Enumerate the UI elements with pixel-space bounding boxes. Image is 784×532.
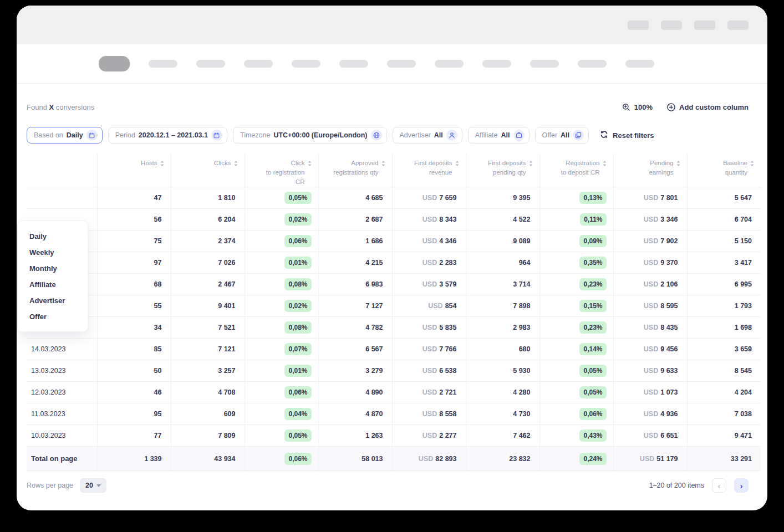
currency-value: 1 073	[660, 388, 678, 396]
sort-icon[interactable]	[750, 161, 754, 166]
table-cell: 4 522	[466, 209, 539, 231]
filter-affiliate[interactable]: Affiliate All	[468, 127, 530, 144]
table-cell: 0,07%	[245, 339, 318, 360]
table-cell: 85	[97, 339, 171, 360]
table-cell: 2 467	[171, 274, 245, 295]
next-page-button[interactable]: ›	[734, 478, 749, 493]
column-header-first-deposits-revenue[interactable]: First depositsrevenue	[392, 154, 466, 187]
nav-tab-active[interactable]	[99, 56, 130, 71]
cr-percentage-badge: 0,02%	[284, 300, 311, 312]
nav-tab[interactable]	[530, 60, 559, 68]
column-header-pending-earnings[interactable]: Pendingearnings	[613, 154, 687, 187]
filter-period[interactable]: Period 2020.12.1 – 2021.03.1	[108, 127, 227, 144]
dropdown-item-advertiser[interactable]: Advertiser	[18, 293, 88, 309]
table-cell: 0,06%	[245, 382, 318, 403]
nav-tab[interactable]	[196, 60, 225, 68]
filter-based-on[interactable]: Based on Daily	[27, 127, 103, 144]
table-cell: USD5 835	[392, 317, 466, 339]
table-cell: USD4 936	[613, 403, 687, 425]
table-row: 14.03.2023857 1210,07%6 567USD7 7666800,…	[27, 339, 761, 360]
sort-icon[interactable]	[529, 161, 533, 166]
column-header-baseline-quantity[interactable]: Baselinequantity	[687, 154, 761, 187]
table-cell: USD51 179	[613, 447, 687, 471]
table-cell: 0,04%	[245, 403, 318, 425]
table-cell: 12.03.2023	[27, 382, 97, 403]
dropdown-item-weekly[interactable]: Weekly	[18, 244, 88, 260]
previous-page-button[interactable]: ‹	[712, 478, 726, 493]
column-header-label: to registration	[250, 168, 312, 177]
column-header-label: pending qty	[471, 168, 533, 177]
column-header-registration-to-deposit-cr[interactable]: Registrationto deposit CR	[539, 154, 613, 187]
table-cell: USD6 538	[392, 360, 466, 382]
table-cell: USD9 370	[613, 252, 687, 274]
reset-filters-label: Reset filters	[613, 131, 654, 140]
column-header-label: Hosts	[141, 158, 157, 168]
nav-tab[interactable]	[578, 60, 607, 68]
currency-value: 2 106	[660, 280, 678, 288]
dropdown-item-offer[interactable]: Offer	[18, 309, 88, 325]
dropdown-item-monthly[interactable]: Monthly	[18, 260, 88, 277]
sort-icon[interactable]	[381, 161, 385, 166]
table-cell: 23 832	[466, 447, 539, 471]
nav-tab[interactable]	[339, 60, 368, 68]
dropdown-item-affiliate[interactable]: Affiliate	[18, 277, 88, 293]
table-cell: 4 730	[466, 403, 539, 425]
table-cell: USD2 283	[392, 252, 466, 274]
zoom-control[interactable]: 100%	[622, 103, 653, 111]
sort-icon[interactable]	[308, 161, 312, 166]
table-cell: 8 545	[687, 360, 761, 382]
dropdown-item-daily[interactable]: Daily	[18, 228, 88, 244]
currency-prefix: USD	[644, 259, 658, 267]
table-cell: 3 279	[318, 360, 392, 382]
column-header-click-to-registration-cr[interactable]: Clickto registrationCR	[245, 154, 318, 187]
table-cell: 0,13%	[539, 187, 613, 209]
reset-filters-button[interactable]: Reset filters	[600, 130, 654, 140]
nav-tab[interactable]	[244, 60, 273, 68]
column-header-label: First deposits	[488, 158, 526, 168]
nav-tab[interactable]	[292, 60, 320, 68]
filter-timezone[interactable]: Timezone UTC+00:00 (Europe/London)	[233, 127, 387, 144]
sort-icon[interactable]	[455, 161, 459, 166]
cr-percentage-badge: 0,01%	[284, 257, 311, 269]
table-cell: 9 395	[466, 187, 539, 209]
table-cell: 6 983	[318, 274, 392, 295]
sort-icon[interactable]	[234, 161, 238, 166]
filter-advertiser[interactable]: Advertiser All	[393, 127, 462, 144]
table-cell: 0,06%	[539, 403, 613, 425]
nav-tab[interactable]	[387, 60, 416, 68]
column-header-clicks[interactable]: Clicks	[171, 154, 245, 187]
column-header-label: First deposits	[414, 158, 452, 168]
rows-per-page-label: Rows per page	[27, 482, 73, 489]
table-cell: 7 127	[318, 295, 392, 317]
cr-percentage-badge: 0,13%	[579, 192, 606, 204]
table-cell: 14.03.2023	[27, 339, 97, 360]
table-cell: 0,09%	[539, 231, 613, 252]
column-header-approved-registrations-qty[interactable]: Approvedregistrations qty	[318, 154, 392, 187]
nav-tab[interactable]	[149, 60, 177, 68]
pagination-range: 1–20 of 200 items	[649, 482, 704, 489]
sort-icon[interactable]	[676, 161, 680, 166]
currency-value: 4 936	[660, 410, 678, 418]
copy-icon	[573, 130, 584, 141]
plus-circle-icon	[667, 103, 675, 111]
currency-prefix: USD	[422, 216, 437, 223]
table-cell: 0,35%	[539, 252, 613, 274]
filter-offer[interactable]: Offer All	[535, 127, 589, 144]
sort-icon[interactable]	[160, 161, 164, 166]
currency-prefix: USD	[644, 432, 658, 439]
nav-tab[interactable]	[625, 60, 654, 68]
currency-value: 51 179	[656, 455, 678, 463]
sort-icon[interactable]	[603, 161, 607, 166]
nav-tab[interactable]	[435, 60, 464, 68]
table-cell: 0,43%	[539, 425, 613, 447]
column-header-label: CR	[250, 177, 312, 187]
currency-value: 8 595	[660, 302, 678, 310]
column-header-hosts[interactable]: Hosts	[97, 154, 171, 187]
currency-value: 2 721	[439, 388, 456, 396]
table-cell: 95	[97, 403, 171, 425]
add-custom-column-button[interactable]: Add custom column	[667, 103, 749, 111]
nav-tab[interactable]	[482, 60, 511, 68]
rows-per-page-select[interactable]: 20	[80, 478, 106, 493]
column-header-first-deposits-pending-qty[interactable]: First depositspending qty	[466, 154, 539, 187]
table-cell: 0,06%	[245, 447, 318, 471]
